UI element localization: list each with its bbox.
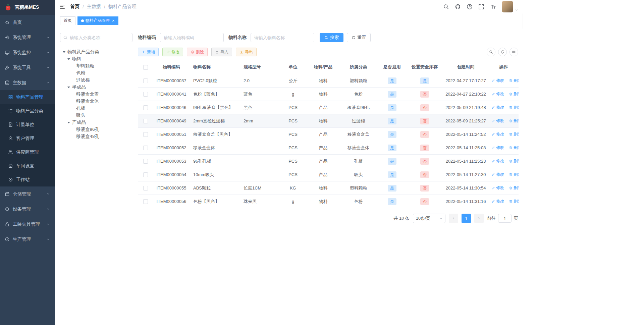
edit-link[interactable]: 修改 bbox=[491, 158, 504, 164]
row-checkbox[interactable] bbox=[143, 186, 148, 191]
sidebar-item-material-product-management[interactable]: 物料产品管理 bbox=[0, 90, 55, 104]
sidebar-item-warehouse-management[interactable]: 仓储管理 bbox=[0, 186, 55, 202]
next-page-button[interactable] bbox=[474, 214, 484, 223]
fullscreen-icon[interactable] bbox=[478, 4, 484, 10]
search-icon[interactable] bbox=[443, 4, 449, 10]
refresh-button[interactable] bbox=[498, 48, 507, 56]
edit-link[interactable]: 修改 bbox=[491, 145, 504, 151]
tree-leaf[interactable]: 移液盒盒体 bbox=[60, 98, 132, 105]
row-checkbox[interactable] bbox=[143, 199, 148, 204]
material-code-link[interactable]: ITEM00000052 bbox=[153, 141, 190, 155]
delete-link[interactable]: 删除 bbox=[509, 185, 519, 191]
edit-link[interactable]: 修改 bbox=[491, 172, 504, 177]
avatar[interactable] bbox=[502, 1, 513, 12]
row-checkbox[interactable] bbox=[143, 119, 148, 123]
sidebar-item-system-tools[interactable]: 系统工具 bbox=[0, 60, 55, 75]
columns-button[interactable] bbox=[509, 48, 518, 56]
edit-link[interactable]: 修改 bbox=[491, 199, 504, 204]
edit-link[interactable]: 修改 bbox=[491, 78, 504, 84]
tab-material-product-management[interactable]: 物料产品管理 bbox=[77, 16, 118, 25]
delete-link[interactable]: 删除 bbox=[509, 199, 519, 204]
import-button[interactable]: 导入 bbox=[211, 48, 232, 56]
sidebar-item-workstation[interactable]: 工作站 bbox=[0, 173, 55, 186]
delete-link[interactable]: 删除 bbox=[509, 131, 519, 137]
material-code-link[interactable]: ITEM00000053 bbox=[153, 155, 190, 168]
edit-button[interactable]: 修改 bbox=[162, 48, 183, 56]
page-number-1[interactable]: 1 bbox=[462, 214, 471, 223]
add-button[interactable]: 新增 bbox=[138, 48, 159, 56]
tree-node-material[interactable]: 物料 bbox=[60, 55, 132, 62]
sidebar-item-supplier-management[interactable]: 供应商管理 bbox=[0, 145, 55, 159]
page-size-select[interactable]: 10条/页 bbox=[413, 214, 445, 223]
edit-link[interactable]: 修改 bbox=[491, 118, 504, 124]
row-checkbox[interactable] bbox=[143, 105, 148, 110]
tree-node-finished[interactable]: 产成品 bbox=[60, 119, 132, 126]
row-checkbox[interactable] bbox=[143, 159, 148, 164]
reset-button[interactable]: 重置 bbox=[347, 33, 371, 42]
category-search-input[interactable] bbox=[60, 33, 132, 42]
github-icon[interactable] bbox=[455, 4, 461, 10]
delete-link[interactable]: 删除 bbox=[509, 78, 519, 84]
row-checkbox[interactable] bbox=[143, 146, 148, 150]
prev-page-button[interactable] bbox=[449, 214, 458, 223]
material-code-link[interactable]: ITEM00000054 bbox=[153, 168, 190, 181]
row-checkbox[interactable] bbox=[143, 78, 148, 83]
tree-leaf[interactable]: 移液盒96孔 bbox=[60, 126, 132, 133]
material-code-link[interactable]: ITEM00000046 bbox=[153, 101, 190, 114]
delete-button[interactable]: 删除 bbox=[187, 48, 208, 56]
delete-link[interactable]: 删除 bbox=[509, 158, 519, 164]
tree-leaf[interactable]: 吸头 bbox=[60, 112, 132, 119]
material-code-link[interactable]: ITEM00000051 bbox=[153, 128, 190, 141]
row-checkbox[interactable] bbox=[143, 172, 148, 177]
tree-node-root[interactable]: 物料及产品分类 bbox=[60, 48, 132, 55]
select-all-checkbox[interactable] bbox=[143, 65, 148, 70]
breadcrumb-master-data[interactable]: 主数据 bbox=[87, 4, 101, 10]
material-code-link[interactable]: ITEM00000049 bbox=[153, 114, 190, 128]
search-button[interactable]: 搜索 bbox=[320, 33, 343, 42]
tree-leaf[interactable]: 塑料颗粒 bbox=[60, 62, 132, 69]
sidebar-item-home[interactable]: 首页 bbox=[0, 15, 55, 30]
edit-link[interactable]: 修改 bbox=[491, 105, 504, 110]
tree-leaf[interactable]: 孔板 bbox=[60, 105, 132, 112]
material-code-link[interactable]: ITEM00000037 bbox=[153, 74, 190, 88]
sidebar-item-equipment-management[interactable]: 设备管理 bbox=[0, 202, 55, 217]
sidebar-item-material-product-category[interactable]: 物料产品分类 bbox=[0, 104, 55, 118]
delete-link[interactable]: 删除 bbox=[509, 172, 519, 177]
sidebar-item-system-management[interactable]: 系统管理 bbox=[0, 30, 55, 45]
material-name-input[interactable] bbox=[251, 33, 314, 42]
sidebar-item-system-monitor[interactable]: 系统监控 bbox=[0, 45, 55, 60]
tree-leaf[interactable]: 移液盒48孔 bbox=[60, 133, 132, 140]
sidebar-item-customer-management[interactable]: 客户管理 bbox=[0, 131, 55, 145]
delete-link[interactable]: 删除 bbox=[509, 145, 519, 151]
font-size-icon[interactable] bbox=[490, 4, 496, 10]
sidebar-item-fixture-management[interactable]: 工装夹具管理 bbox=[0, 217, 55, 232]
sidebar-item-measure-unit[interactable]: 计量单位 bbox=[0, 118, 55, 131]
tab-home[interactable]: 首页 bbox=[60, 16, 75, 25]
material-code-input[interactable] bbox=[160, 33, 224, 42]
edit-link[interactable]: 修改 bbox=[491, 91, 504, 97]
delete-link[interactable]: 删除 bbox=[509, 118, 519, 124]
hamburger-icon[interactable] bbox=[59, 4, 65, 10]
export-button[interactable]: 导出 bbox=[236, 48, 257, 56]
material-code-link[interactable]: ITEM00000055 bbox=[153, 181, 190, 195]
row-checkbox[interactable] bbox=[143, 92, 148, 97]
tree-leaf[interactable]: 过滤棉 bbox=[60, 76, 132, 84]
help-icon[interactable] bbox=[467, 4, 473, 10]
user-menu[interactable] bbox=[502, 1, 518, 12]
material-code-link[interactable]: ITEM00000056 bbox=[153, 195, 190, 208]
tree-node-semifinished[interactable]: 半成品 bbox=[60, 84, 132, 91]
goto-page-input[interactable] bbox=[498, 214, 512, 223]
toggle-search-button[interactable] bbox=[487, 48, 495, 56]
sidebar-item-workshop-settings[interactable]: 车间设置 bbox=[0, 159, 55, 173]
tree-leaf[interactable]: 移液盒盒盖 bbox=[60, 91, 132, 98]
sidebar-item-production-management[interactable]: 生产管理 bbox=[0, 232, 55, 247]
sidebar-item-master-data[interactable]: 主数据 bbox=[0, 75, 55, 90]
row-checkbox[interactable] bbox=[143, 132, 148, 137]
close-icon[interactable] bbox=[112, 18, 115, 23]
material-code-link[interactable]: ITEM00000041 bbox=[153, 88, 190, 101]
edit-link[interactable]: 修改 bbox=[491, 185, 504, 191]
delete-link[interactable]: 删除 bbox=[509, 105, 519, 110]
delete-link[interactable]: 删除 bbox=[509, 91, 519, 97]
breadcrumb-home[interactable]: 首页 bbox=[70, 4, 79, 10]
edit-link[interactable]: 修改 bbox=[491, 131, 504, 137]
